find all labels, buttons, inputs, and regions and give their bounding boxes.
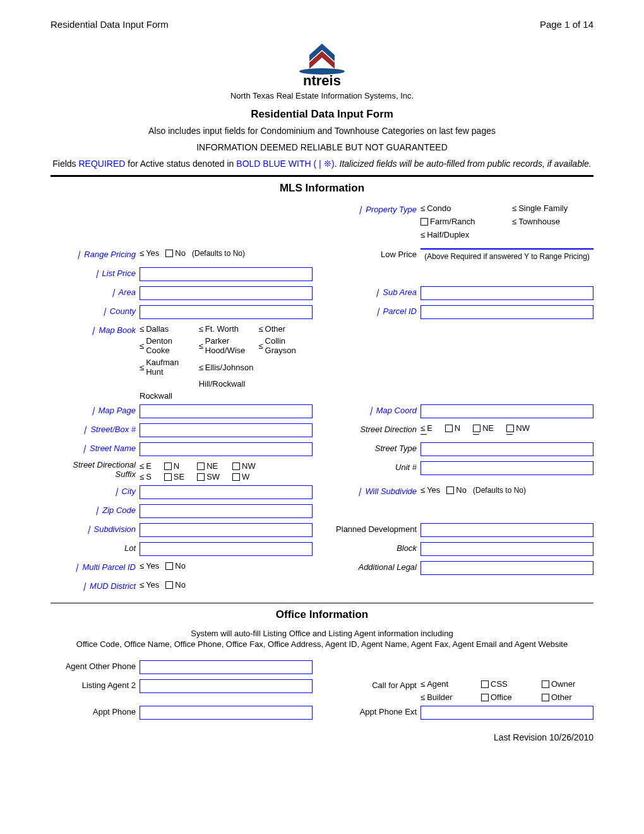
opt-ftworth[interactable]: Ft. Worth [199, 324, 254, 334]
opt-sfx-n[interactable]: N [164, 461, 184, 471]
subtitle-3: Fields REQUIRED for Active status denote… [51, 159, 593, 169]
input-subdivision[interactable] [140, 523, 313, 537]
input-additional-legal[interactable] [420, 561, 593, 575]
opt-kaufman-hunt[interactable]: Kaufman Hunt [140, 358, 194, 377]
subtitle-2: INFORMATION DEEMED RELIABLE BUT NOT GUAR… [51, 142, 593, 152]
opt-sfx-nw[interactable]: NW [232, 461, 256, 471]
opt-mud-yes[interactable]: Yes [140, 580, 159, 589]
input-planned-dev[interactable] [420, 523, 593, 537]
opt-mud-no[interactable]: No [165, 580, 186, 589]
label-appt-phone-ext: Appt Phone Ext [331, 704, 420, 716]
label-will-subdivide: ❘Will Subdivide [331, 484, 420, 496]
label-parcel-id: ❘Parcel ID [331, 304, 420, 316]
label-multi-parcel: ❘Multi Parcel ID [51, 560, 140, 572]
opt-ellis-johnson[interactable]: Ellis/Johnson [199, 358, 254, 377]
logo: ntreis [51, 36, 593, 88]
label-street-direction: Street Direction [331, 422, 420, 434]
opt-sfx-w[interactable]: W [232, 472, 256, 481]
subtitle-1: Also includes input fields for Condomini… [51, 126, 593, 136]
opt-dir-nw[interactable]: NW [506, 423, 530, 433]
label-street-dir-suffix: Street Directional Suffix [51, 460, 140, 479]
opt-map-other[interactable]: Other [258, 324, 313, 334]
opt-appt-other[interactable]: Other [542, 692, 593, 702]
opt-collin-grayson[interactable]: Collin Grayson [258, 336, 313, 355]
input-appt-phone-ext[interactable] [420, 706, 593, 720]
label-street-name: ❘Street Name [51, 441, 140, 453]
label-county: ❘County [51, 304, 140, 316]
label-subdivision: ❘Subdivision [51, 522, 140, 534]
input-appt-phone[interactable] [140, 706, 313, 720]
label-lot: Lot [51, 541, 140, 553]
opt-appt-css[interactable]: CSS [481, 679, 533, 689]
input-low-price[interactable] [420, 248, 593, 250]
subdiv-default-note: (Defaults to No) [473, 486, 526, 495]
opt-sfx-sw[interactable]: SW [197, 472, 220, 481]
opt-townhouse[interactable]: Townhouse [512, 217, 593, 226]
input-city[interactable] [140, 485, 313, 499]
office-sub1: System will auto-fill Listing Office and… [51, 629, 593, 638]
form-title: Residential Data Input Form [51, 108, 593, 121]
divider-thin [51, 603, 593, 603]
opt-farm-ranch[interactable]: Farm/Ranch [420, 217, 502, 226]
opt-mp-no[interactable]: No [165, 561, 186, 571]
label-agent-other-phone: Agent Other Phone [51, 659, 140, 671]
label-low-price: Low Price [331, 247, 420, 259]
input-county[interactable] [140, 305, 313, 319]
opt-parker-hood-wise[interactable]: Parker Hood/Wise [199, 336, 254, 355]
label-call-for-appt: Call for Appt [331, 678, 420, 690]
input-area[interactable] [140, 286, 313, 300]
input-map-page[interactable] [140, 404, 313, 418]
input-block[interactable] [420, 542, 593, 556]
opt-dir-e[interactable]: E [420, 423, 432, 433]
section-mls-title: MLS Information [51, 182, 593, 195]
opt-single-family[interactable]: Single Family [512, 203, 593, 213]
input-list-price[interactable] [140, 267, 313, 281]
opt-appt-owner[interactable]: Owner [542, 679, 593, 689]
input-sub-area[interactable] [420, 286, 593, 300]
input-lot[interactable] [140, 542, 313, 556]
opt-appt-builder[interactable]: Builder [420, 692, 472, 702]
label-zip-code: ❘Zip Code [51, 503, 140, 515]
input-listing-agent-2[interactable] [140, 679, 313, 693]
input-map-coord[interactable] [420, 404, 593, 418]
input-street-type[interactable] [420, 442, 593, 456]
label-area: ❘Area [51, 285, 140, 297]
opt-dir-ne[interactable]: NE [473, 423, 494, 433]
opt-subdiv-yes[interactable]: Yes [420, 485, 440, 495]
divider [51, 175, 593, 177]
opt-appt-agent[interactable]: Agent [420, 679, 472, 689]
input-street-box[interactable] [140, 423, 313, 437]
label-street-box: ❘Street/Box # [51, 422, 140, 434]
office-sub2: Office Code, Office Name, Office Phone, … [51, 639, 593, 649]
opt-appt-office[interactable]: Office [481, 692, 533, 702]
label-map-book: ❘Map Book [51, 323, 140, 335]
opt-mp-yes[interactable]: Yes [140, 561, 159, 571]
opt-condo[interactable]: Condo [420, 203, 502, 213]
opt-dir-n[interactable]: N [445, 423, 460, 433]
input-unit-no[interactable] [420, 461, 593, 475]
opt-half-duplex[interactable]: Half/Duplex [420, 230, 502, 239]
label-map-page: ❘Map Page [51, 403, 140, 415]
input-parcel-id[interactable] [420, 305, 593, 319]
label-sub-area: ❘Sub Area [331, 285, 420, 297]
opt-hill-rockwall: Hill/Rockwall [199, 379, 254, 389]
low-price-note: (Above Required if answered Y to Range P… [420, 252, 593, 261]
label-planned-dev: Planned Development [331, 522, 420, 534]
label-street-type: Street Type [331, 441, 420, 453]
opt-sfx-ne[interactable]: NE [197, 461, 220, 471]
opt-range-yes[interactable]: Yes [140, 248, 159, 258]
company-name: North Texas Real Estate Information Syst… [51, 91, 593, 100]
opt-sfx-e[interactable]: E [140, 461, 152, 471]
svg-text:ntreis: ntreis [303, 73, 341, 87]
input-zip-code[interactable] [140, 504, 313, 518]
opt-rockwall: Rockwall [140, 391, 194, 401]
label-block: Block [331, 541, 420, 553]
opt-subdiv-no[interactable]: No [446, 485, 467, 495]
opt-sfx-s[interactable]: S [140, 472, 152, 481]
opt-dallas[interactable]: Dallas [140, 324, 194, 334]
input-agent-other-phone[interactable] [140, 660, 313, 674]
opt-range-no[interactable]: No [165, 248, 186, 258]
opt-denton-cooke[interactable]: Denton Cooke [140, 336, 194, 355]
input-street-name[interactable] [140, 442, 313, 456]
opt-sfx-se[interactable]: SE [164, 472, 184, 481]
